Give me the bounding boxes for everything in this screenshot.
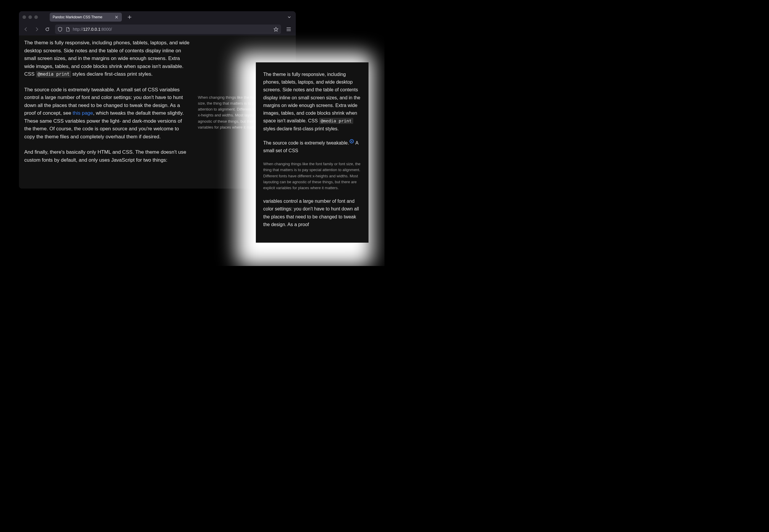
- traffic-lights: [21, 15, 40, 19]
- mobile-paragraph-tweakable-cont: variables control a large number of font…: [263, 197, 361, 228]
- mobile-paragraph-responsive: The theme is fully responsive, including…: [263, 71, 361, 133]
- url-scheme: http://: [73, 27, 83, 32]
- reload-button[interactable]: [43, 25, 52, 34]
- url-bar[interactable]: http://127.0.0.1:8000/: [55, 25, 281, 34]
- url-text[interactable]: http://127.0.0.1:8000/: [73, 27, 271, 32]
- paragraph-html-css: And finally, there's basically only HTML…: [24, 148, 190, 164]
- traffic-light-zoom[interactable]: [34, 15, 38, 19]
- browser-tab[interactable]: Pandoc Markdown CSS Theme: [50, 13, 122, 22]
- paragraph-responsive: The theme is fully responsive, including…: [24, 39, 190, 78]
- tabs-dropdown-button[interactable]: [285, 13, 293, 21]
- sidenote-inline: When changing things like the font famil…: [263, 161, 361, 191]
- mobile-paragraph-tweakable-lead: The source code is extremely tweakable. …: [263, 139, 361, 155]
- page-content: The theme is fully responsive, including…: [24, 39, 190, 172]
- bookmark-star-icon[interactable]: [273, 27, 278, 32]
- shield-icon[interactable]: [57, 27, 63, 32]
- close-icon[interactable]: [114, 15, 119, 20]
- forward-button[interactable]: [32, 25, 41, 34]
- app-menu-button[interactable]: [284, 25, 293, 34]
- url-host: 127.0.0.1: [83, 27, 100, 32]
- back-button[interactable]: [21, 25, 31, 34]
- url-port-path: :8000/: [100, 27, 112, 32]
- traffic-light-close[interactable]: [22, 15, 26, 19]
- tab-title: Pandoc Markdown CSS Theme: [53, 15, 102, 19]
- traffic-light-minimize[interactable]: [28, 15, 32, 19]
- link-this-page[interactable]: this page: [73, 110, 93, 116]
- paragraph-tweakable: The source code is extremely tweakable. …: [24, 86, 190, 141]
- code-inline: @media print: [319, 118, 353, 124]
- tab-bar: Pandoc Markdown CSS Theme: [19, 11, 296, 23]
- new-tab-button[interactable]: [125, 13, 134, 21]
- sidenote-marker-icon[interactable]: [349, 139, 354, 143]
- mobile-preview-panel: The theme is fully responsive, including…: [256, 62, 368, 243]
- page-icon: [65, 27, 70, 32]
- toolbar: http://127.0.0.1:8000/: [19, 23, 296, 35]
- code-inline: @media print: [36, 71, 71, 77]
